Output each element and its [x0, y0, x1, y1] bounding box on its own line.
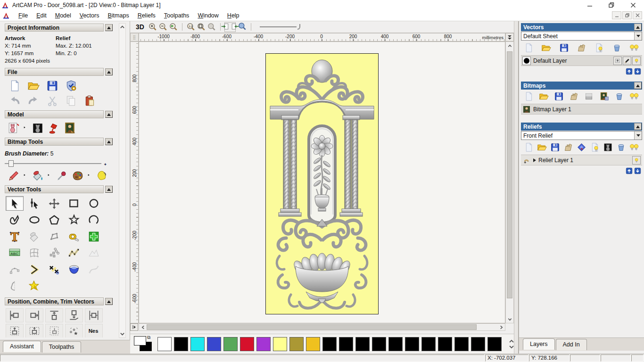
zoom-fit-icon[interactable] — [197, 22, 206, 32]
relief-layer-row[interactable]: Relief Layer 1 — [521, 155, 642, 165]
new-sheet-icon[interactable] — [524, 142, 534, 152]
transform-vectors-icon[interactable] — [45, 196, 63, 211]
scroll-right-icon[interactable] — [498, 324, 504, 330]
colour-swatch-0[interactable] — [157, 337, 172, 351]
vertical-scrollbar[interactable] — [505, 41, 514, 323]
artwork-canvas[interactable] — [265, 53, 379, 314]
close-button[interactable] — [622, 0, 644, 10]
collapse-button[interactable] — [105, 111, 113, 118]
zoom-in-icon[interactable] — [148, 22, 157, 32]
pan-left-icon[interactable] — [221, 22, 230, 32]
collapse-button[interactable] — [105, 24, 113, 31]
collapse-button[interactable] — [105, 298, 113, 305]
block-paste-icon[interactable] — [45, 246, 63, 260]
show-all-icon[interactable] — [629, 91, 639, 101]
visibility-icon-button[interactable] — [632, 57, 641, 65]
palette-up-icon[interactable] — [509, 339, 514, 343]
flyout-arrow[interactable] — [88, 174, 92, 178]
revolve-icon[interactable] — [65, 262, 83, 277]
menu-item-reliefs[interactable]: Reliefs — [133, 11, 160, 20]
copy-icon[interactable] — [65, 95, 77, 107]
save-icon[interactable] — [554, 91, 564, 101]
colour-swatch-5[interactable] — [240, 337, 254, 351]
collapse-button[interactable] — [634, 24, 642, 31]
zoom-object-icon[interactable] — [207, 22, 216, 32]
show-all-icon[interactable] — [629, 43, 639, 53]
colour-swatch-12[interactable] — [355, 337, 370, 351]
join-vectors-icon[interactable] — [25, 262, 43, 277]
colour-swatch-16[interactable] — [421, 337, 436, 351]
assistant-scrollbar[interactable] — [119, 23, 126, 338]
scroll-up-icon[interactable] — [506, 42, 513, 49]
colour-swatch-9[interactable] — [306, 337, 320, 351]
text-on-curve-icon[interactable]: ABC — [6, 246, 24, 260]
menu-item-edit[interactable]: Edit — [32, 11, 51, 20]
menu-item-toolpaths[interactable]: Toolpaths — [160, 11, 194, 20]
mdi-close-button[interactable] — [633, 11, 642, 19]
scatter-copies-icon[interactable] — [65, 324, 83, 337]
menu-item-file[interactable]: File — [14, 11, 32, 20]
bulb-page-icon[interactable] — [594, 43, 604, 53]
nesting-icon[interactable]: Nes — [85, 324, 103, 337]
vector-layer-row[interactable]: Default Layer — [521, 55, 642, 66]
menu-item-bitmaps[interactable]: Bitmaps — [103, 11, 133, 20]
save-icon[interactable] — [559, 43, 569, 53]
arrow-down-blue-icon[interactable] — [634, 68, 641, 75]
collapse-button[interactable] — [105, 186, 113, 193]
eyedropper-icon[interactable] — [56, 170, 68, 182]
dropdown-arrow-icon[interactable] — [634, 32, 642, 40]
mountains-icon[interactable] — [85, 246, 103, 260]
open-icon[interactable] — [541, 43, 551, 53]
select-tool-icon[interactable] — [6, 196, 24, 211]
paste-icon[interactable] — [84, 95, 96, 107]
colour-swatch-11[interactable] — [339, 337, 353, 351]
view-slider[interactable] — [260, 23, 300, 31]
sheet-select[interactable]: Default Sheet — [521, 32, 642, 41]
colour-swatch-13[interactable] — [372, 337, 386, 351]
mdi-minimize-button[interactable] — [612, 11, 621, 19]
colour-swatch-15[interactable] — [405, 337, 419, 351]
polyline-tool-icon[interactable] — [45, 229, 63, 244]
horizontal-scrollbar[interactable] — [139, 323, 505, 331]
menu-item-help[interactable]: Help — [223, 11, 244, 20]
offset-diamond-icon[interactable] — [577, 142, 586, 152]
minimize-button[interactable] — [579, 0, 601, 10]
colour-swatch-3[interactable] — [207, 337, 221, 351]
scroll-up-icon[interactable] — [120, 25, 125, 30]
image-icon[interactable] — [599, 91, 609, 101]
ellipse-tool-icon[interactable] — [25, 213, 43, 227]
restore-button[interactable] — [601, 0, 622, 10]
palette-icon[interactable] — [72, 170, 84, 182]
arrow-up-blue-icon[interactable] — [626, 167, 633, 174]
canvas-viewport[interactable] — [139, 41, 505, 323]
colour-swatch-7[interactable] — [273, 337, 287, 351]
align-center-x-icon[interactable] — [85, 308, 103, 322]
rectangle-tool-icon[interactable] — [65, 196, 83, 211]
open-icon[interactable] — [539, 91, 549, 101]
align-right-icon[interactable] — [25, 308, 43, 322]
tab-assistant[interactable]: Assistant — [3, 341, 41, 352]
bulb-page-icon[interactable] — [590, 142, 600, 152]
magnify-blue-icon[interactable] — [238, 22, 247, 31]
zoom-scale-icon[interactable]: 1:1 — [186, 22, 196, 32]
align-box1-icon[interactable] — [6, 324, 24, 337]
collapse-button[interactable] — [634, 82, 642, 89]
teddy-dark-icon[interactable] — [603, 142, 613, 152]
save-icon[interactable] — [550, 142, 560, 152]
pane-split-button[interactable] — [130, 323, 138, 331]
bitmap-layer-row[interactable]: Bitmap Layer 1 — [521, 104, 642, 115]
collapse-button[interactable] — [105, 138, 113, 145]
colour-swatch-17[interactable] — [438, 337, 452, 351]
layer-colour-swatch[interactable] — [522, 57, 531, 65]
shield-options-icon[interactable] — [65, 80, 77, 92]
menu-item-model[interactable]: Model — [51, 11, 75, 20]
wizard-star-icon[interactable] — [25, 279, 43, 293]
link-colours-icon[interactable]: ⧉ — [147, 335, 150, 340]
greyscale-icon[interactable] — [584, 91, 594, 101]
node-editing-icon[interactable] — [25, 196, 43, 211]
redo-icon[interactable] — [27, 95, 40, 107]
healing-cross-icon[interactable] — [85, 229, 103, 244]
zoom-out-icon[interactable] — [158, 22, 168, 32]
polygon-tool-icon[interactable] — [45, 213, 63, 227]
align-box2-icon[interactable] — [25, 324, 43, 337]
